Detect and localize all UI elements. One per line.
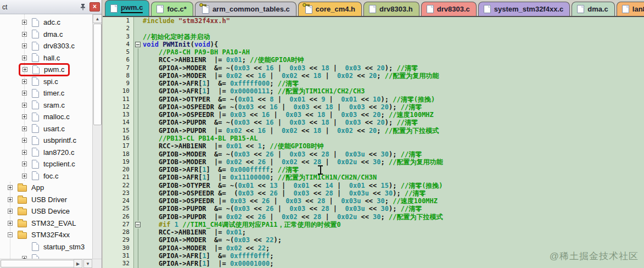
scrollbar-thumb[interactable] (93, 24, 102, 125)
sidebar-horizontal-scrollbar[interactable]: ▶ ▼ (0, 259, 102, 268)
code-line[interactable]: 20 GPIOB->AFR[1] &= 0x000fffff; //清零 (103, 166, 644, 174)
tree-item-drv8303.c[interactable]: drv8303.c (0, 40, 92, 52)
code-line[interactable]: 27 #if 1 //TIM1_CH4调试使用对应PA11，正常使用的时候置0 (103, 221, 644, 228)
expand-icon[interactable] (22, 126, 27, 131)
tab-bar: pwm.cfoc.c*arm_common_tables.ccore_cm4.h… (103, 0, 644, 17)
tab-drv8303.c[interactable]: drv8303.c (421, 2, 477, 16)
code-line[interactable]: 23 GPIOB->OSPEEDR &= (0x03 << 26 | 0x03 … (103, 189, 644, 197)
code-line[interactable]: 29 GPIOA->MODER &= ~(0x03 << 22); (103, 236, 644, 244)
folder-icon (18, 209, 27, 215)
code-text: GPIOA->PUPDR &= ~(0x03 << 16 | 0x03 << 1… (143, 119, 644, 126)
tab-dma.c[interactable]: dma.c (572, 2, 615, 16)
tree-item-STM32F4xx[interactable]: STM32F4xx (0, 229, 92, 241)
code-text: GPIOA->AFR[1] &= 0xfffff000; //清零 (143, 80, 644, 87)
code-line[interactable]: 24 GPIOB->OSPEEDR |= 0x03 << 26 | 0x03 <… (103, 197, 644, 205)
close-icon[interactable]: × (89, 2, 100, 12)
code-line[interactable]: 15 GPIOA->PUPDR |= 0x02 << 16 | 0x02 << … (103, 127, 644, 135)
code-line[interactable]: 9 GPIOA->AFR[1] &= 0xfffff000; //清零 (103, 80, 644, 87)
code-line[interactable]: 7 GPIOA->MODER &= ~(0x03 << 16 | 0x03 <<… (103, 64, 644, 72)
tree-item-usbprintf.c[interactable]: usbprintf.c (0, 135, 92, 147)
code-line[interactable]: 25 GPIOB->PUPDR &= ~(0x03 << 26 | 0x03 <… (103, 205, 644, 213)
code-line[interactable]: 4void PWMInit(void){ (103, 41, 644, 48)
folder-icon (18, 197, 27, 204)
expand-icon[interactable] (8, 221, 13, 226)
scrollbar-thumb[interactable] (1, 260, 77, 267)
tab-lan8720.c[interactable]: lan8720.c (617, 2, 644, 16)
expand-icon[interactable] (22, 103, 27, 108)
code-line[interactable]: 12 GPIOA->OSPEEDR &= ~(0x03 << 16 | 0x03… (103, 103, 644, 111)
fold-collapse-icon[interactable] (134, 221, 143, 228)
tab-arm_common_tables.c[interactable]: arm_common_tables.c (195, 2, 296, 16)
expand-icon[interactable] (22, 20, 27, 25)
expand-icon[interactable] (22, 161, 27, 166)
code-line[interactable]: 11 GPIOA->OTYPER &= ~(0x01 << 8 | 0x01 <… (103, 96, 644, 103)
code-line[interactable]: 2 (103, 25, 644, 32)
tree-item[interactable] (0, 253, 92, 259)
code-line[interactable]: 14 GPIOA->PUPDR &= ~(0x03 << 16 | 0x03 <… (103, 119, 644, 126)
code-text: GPIOB->MODER |= 0x02 << 26 | 0x02 << 28 … (143, 158, 644, 166)
code-line[interactable]: 22 GPIOB->OTYPER &= ~(0x01 << 13 | 0x01 … (103, 182, 644, 189)
tree-item-usart.c[interactable]: usart.c (0, 123, 92, 135)
code-line[interactable]: 13 GPIOA->OSPEEDR |= 0x03 << 16 | 0x03 <… (103, 111, 644, 119)
scroll-down-icon[interactable]: ▼ (83, 259, 92, 268)
tab-system_stm32f4xx.c[interactable]: system_stm32f4xx.c (478, 2, 570, 16)
expand-icon[interactable] (8, 185, 13, 190)
code-text: GPIOB->MODER &= ~(0x03 << 26 | 0x03 << 2… (143, 150, 644, 158)
code-line[interactable]: 10 GPIOA->AFR[1] |= 0x00000111; //配置为TIM… (103, 87, 644, 95)
code-line[interactable]: 16 //PB13-CL PB14-BL PB15-AL (103, 135, 644, 142)
scroll-up-icon[interactable]: ▲ (93, 14, 102, 23)
expand-icon[interactable] (8, 209, 13, 214)
code-line[interactable]: 6 RCC->AHB1ENR |= 0x01; //使能GPIOA时钟 (103, 56, 644, 64)
tree-item-pwm.c[interactable]: pwm.c (0, 64, 92, 76)
code-line[interactable]: 18 GPIOB->MODER &= ~(0x03 << 26 | 0x03 <… (103, 150, 644, 158)
tab-foc.c[interactable]: foc.c* (151, 2, 193, 16)
code-line[interactable]: 26 GPIOB->PUPDR |= 0x02 << 26 | 0x02 << … (103, 213, 644, 221)
expand-icon[interactable] (22, 79, 27, 84)
expand-icon[interactable] (22, 174, 27, 178)
expand-icon[interactable] (22, 150, 27, 155)
tree-item-sram.c[interactable]: sram.c (0, 99, 92, 111)
tab-drv8303.h[interactable]: drv8303.h (363, 2, 419, 16)
expand-icon[interactable] (22, 55, 27, 60)
tree-item-hall.c[interactable]: hall.c (0, 52, 92, 64)
expand-icon[interactable] (23, 67, 27, 72)
code-line[interactable]: 21 GPIOB->AFR[1] |= 0x11100000; //配置为TIM… (103, 174, 644, 181)
tree-item-USB Device[interactable]: USB Device (0, 205, 92, 217)
code-line[interactable]: 17 RCC->AHB1ENR |= 0x01 << 1; //使能GPIOB时… (103, 142, 644, 150)
tree-item-foc.c[interactable]: foc.c (0, 170, 92, 182)
expand-icon[interactable] (8, 197, 13, 202)
tree-item-malloc.c[interactable]: malloc.c (0, 111, 92, 123)
tree-item-App[interactable]: App (0, 182, 92, 194)
tree-item-spi.c[interactable]: spi.c (0, 76, 92, 88)
code-line[interactable]: 1#include "stm32f4xx.h" (103, 17, 644, 25)
tree-item-timer.c[interactable]: timer.c (0, 87, 92, 99)
collapse-icon[interactable] (8, 232, 13, 237)
code-line[interactable]: 8 GPIOA->MODER |= 0x02 << 16 | 0x02 << 1… (103, 72, 644, 80)
expand-icon[interactable] (22, 114, 27, 119)
code-editor[interactable]: 1#include "stm32f4xx.h"23//初始化定时器并启动4voi… (103, 17, 644, 268)
line-number: 18 (103, 150, 134, 158)
expand-icon[interactable] (22, 138, 27, 143)
tree-item-USB Driver[interactable]: USB Driver (0, 194, 92, 206)
expand-icon[interactable] (22, 43, 27, 48)
tree-item-adc.c[interactable]: adc.c (0, 16, 92, 29)
tab-core_cm4.h[interactable]: core_cm4.h (298, 2, 362, 16)
fold-margin (134, 228, 143, 236)
sidebar-vertical-scrollbar[interactable]: ▲ (92, 14, 102, 259)
scroll-right-icon[interactable]: ▶ (74, 259, 82, 268)
code-line[interactable]: 28 RCC->AHB1ENR |= 0x01; (103, 228, 644, 236)
code-line[interactable]: 19 GPIOB->MODER |= 0x02 << 26 | 0x02 << … (103, 158, 644, 166)
tree-item-STM32_EVAL[interactable]: STM32_EVAL (0, 217, 92, 230)
tree-item-startup_stm3[interactable]: startup_stm3 (0, 241, 92, 253)
fold-collapse-icon[interactable] (134, 41, 143, 48)
tree-item-lan8720.c[interactable]: lan8720.c (0, 147, 92, 159)
tree-item-dma.c[interactable]: dma.c (0, 29, 92, 41)
expand-icon[interactable] (22, 32, 27, 37)
tab-pwm.c[interactable]: pwm.c (105, 0, 149, 16)
code-line[interactable]: 3//初始化定时器并启动 (103, 33, 644, 41)
expand-icon[interactable] (22, 91, 27, 96)
pin-icon[interactable] (78, 2, 88, 12)
line-number: 10 (103, 87, 134, 95)
tree-item-tcpclient.c[interactable]: tcpclient.c (0, 158, 92, 170)
code-line[interactable]: 5 //PA8-CH PA9-BH PA10-AH (103, 48, 644, 56)
